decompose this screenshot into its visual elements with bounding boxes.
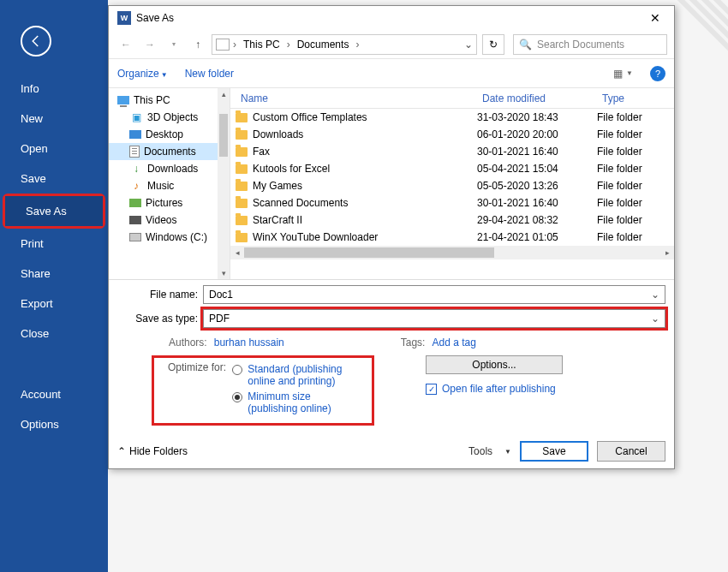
- tree-item-documents[interactable]: Documents: [109, 143, 230, 160]
- tree-item-label: 3D Objects: [147, 111, 198, 123]
- search-input[interactable]: 🔍 Search Documents: [513, 34, 667, 55]
- file-date: 31-03-2020 18:43: [477, 111, 597, 123]
- backstage-item-options[interactable]: Options: [0, 409, 108, 439]
- authors-value[interactable]: burhan hussain: [214, 337, 284, 349]
- horizontal-scrollbar[interactable]: ◂ ▸: [230, 246, 674, 259]
- file-row[interactable]: Downloads06-01-2020 20:00File folder: [230, 126, 674, 143]
- drv-icon: [129, 233, 141, 241]
- file-type: File folder: [597, 214, 674, 226]
- backstage-item-info[interactable]: Info: [0, 74, 108, 104]
- backstage-item-close[interactable]: Close: [0, 319, 108, 349]
- tree-item-pictures[interactable]: Pictures: [109, 194, 230, 212]
- file-row[interactable]: Kutools for Excel05-04-2021 15:04File fo…: [230, 160, 674, 177]
- file-row[interactable]: Scanned Documents30-01-2021 16:40File fo…: [230, 194, 674, 212]
- tags-label: Tags:: [401, 337, 426, 349]
- scroll-right-icon[interactable]: ▸: [660, 248, 674, 257]
- breadcrumb[interactable]: This PC: [240, 37, 283, 52]
- filename-field[interactable]: Doc1: [203, 285, 665, 304]
- optimize-minimum[interactable]: Minimum size (publishing online): [232, 389, 361, 416]
- backstage-item-open[interactable]: Open: [0, 134, 108, 164]
- tree-item-desktop[interactable]: Desktop: [109, 126, 230, 143]
- backstage-item-export[interactable]: Export: [0, 289, 108, 319]
- folder-icon: [216, 39, 230, 51]
- authors-label: Authors:: [169, 337, 207, 349]
- tree-item-label: Videos: [146, 214, 176, 226]
- file-type: File folder: [597, 231, 674, 243]
- file-row[interactable]: Fax30-01-2021 16:40File folder: [230, 143, 674, 160]
- arrow-left-icon: [28, 33, 44, 49]
- tags-value[interactable]: Add a tag: [432, 337, 475, 349]
- tree-scrollbar[interactable]: ▴ ▾: [218, 88, 230, 279]
- optimize-label: Optimize for:: [161, 361, 230, 373]
- breadcrumb[interactable]: Documents: [294, 37, 353, 52]
- options-button[interactable]: Options...: [426, 355, 563, 374]
- folder-icon: [236, 199, 248, 208]
- tree-item-windows-c-[interactable]: Windows (C:): [109, 229, 230, 246]
- app-icon: W: [117, 11, 131, 25]
- nav-back[interactable]: ←: [116, 34, 136, 55]
- optimize-standard[interactable]: Standard (publishing online and printing…: [232, 361, 361, 389]
- file-list: Name Date modified Type Custom Office Te…: [230, 88, 674, 279]
- backstage-item-print[interactable]: Print: [0, 229, 108, 259]
- tree-item-3d-objects[interactable]: ▣3D Objects: [109, 109, 230, 126]
- file-type: File folder: [597, 163, 674, 175]
- file-date: 30-01-2021 16:40: [477, 146, 597, 158]
- folder-icon: [236, 216, 248, 225]
- new-folder-button[interactable]: New folder: [185, 68, 234, 80]
- address-dropdown-icon[interactable]: ⌄: [464, 39, 473, 51]
- titlebar: W Save As ✕: [109, 6, 674, 30]
- open-after-checkbox[interactable]: ✓ Open file after publishing: [426, 383, 563, 395]
- close-button[interactable]: ✕: [640, 8, 671, 28]
- file-name: Downloads: [253, 128, 303, 140]
- refresh-button[interactable]: ↻: [482, 34, 504, 55]
- scroll-thumb[interactable]: [244, 247, 494, 258]
- tree-item-label: Windows (C:): [146, 231, 207, 243]
- scroll-thumb[interactable]: [219, 114, 228, 157]
- tree-item-label: Desktop: [146, 128, 183, 140]
- cube-icon: ▣: [129, 110, 143, 124]
- cancel-button[interactable]: Cancel: [597, 441, 665, 462]
- scroll-down-icon[interactable]: ▾: [218, 267, 230, 279]
- file-date: 05-05-2020 13:26: [477, 180, 597, 192]
- col-date[interactable]: Date modified: [477, 92, 597, 104]
- file-row[interactable]: Custom Office Templates31-03-2020 18:43F…: [230, 109, 674, 126]
- file-date: 29-04-2021 08:32: [477, 214, 597, 226]
- back-button[interactable]: [21, 26, 51, 57]
- folder-icon: [236, 164, 248, 174]
- organize-menu[interactable]: Organize▼: [117, 68, 168, 80]
- file-date: 30-01-2021 16:40: [477, 197, 597, 209]
- address-bar[interactable]: This PC Documents ⌄: [212, 34, 477, 55]
- save-button[interactable]: Save: [520, 441, 588, 462]
- tree-item-downloads[interactable]: ↓Downloads: [109, 160, 230, 177]
- file-date: 06-01-2020 20:00: [477, 128, 597, 140]
- file-row[interactable]: My Games05-05-2020 13:26File folder: [230, 177, 674, 194]
- tree-item-label: Pictures: [146, 197, 182, 209]
- backstage-item-new[interactable]: New: [0, 104, 108, 134]
- nav-up[interactable]: ↑: [188, 34, 208, 55]
- file-type: File folder: [597, 128, 674, 140]
- file-date: 05-04-2021 15:04: [477, 163, 597, 175]
- scroll-left-icon[interactable]: ◂: [230, 248, 244, 257]
- file-row[interactable]: StarCraft II29-04-2021 08:32File folder: [230, 212, 674, 229]
- scroll-up-icon[interactable]: ▴: [218, 88, 230, 100]
- col-type[interactable]: Type: [597, 92, 674, 104]
- tree-item-videos[interactable]: Videos: [109, 212, 230, 229]
- radio-icon: [232, 365, 242, 375]
- hide-folders-button[interactable]: ⌃ Hide Folders: [117, 445, 188, 457]
- nav-recent-dropdown[interactable]: ▾: [164, 34, 184, 55]
- tree-item-this-pc[interactable]: This PC: [109, 92, 230, 109]
- backstage-item-account[interactable]: Account: [0, 379, 108, 409]
- file-row[interactable]: WinX YouTube Downloader21-04-2021 01:05F…: [230, 229, 674, 246]
- backstage-item-share[interactable]: Share: [0, 259, 108, 289]
- backstage-item-save[interactable]: Save: [0, 164, 108, 194]
- view-options[interactable]: ▦▼: [613, 68, 633, 80]
- col-name[interactable]: Name: [236, 92, 477, 104]
- saveastype-field[interactable]: PDF: [203, 309, 665, 328]
- backstage-item-save-as[interactable]: Save As: [5, 196, 103, 226]
- file-type: File folder: [597, 111, 674, 123]
- help-button[interactable]: ?: [650, 66, 665, 81]
- navbar: ← → ▾ ↑ This PC Documents ⌄ ↻ 🔍 Search D…: [109, 30, 674, 59]
- toolbar: Organize▼ New folder ▦▼ ?: [109, 59, 674, 88]
- tools-menu[interactable]: Tools▼: [468, 445, 511, 457]
- tree-item-music[interactable]: ♪Music: [109, 177, 230, 194]
